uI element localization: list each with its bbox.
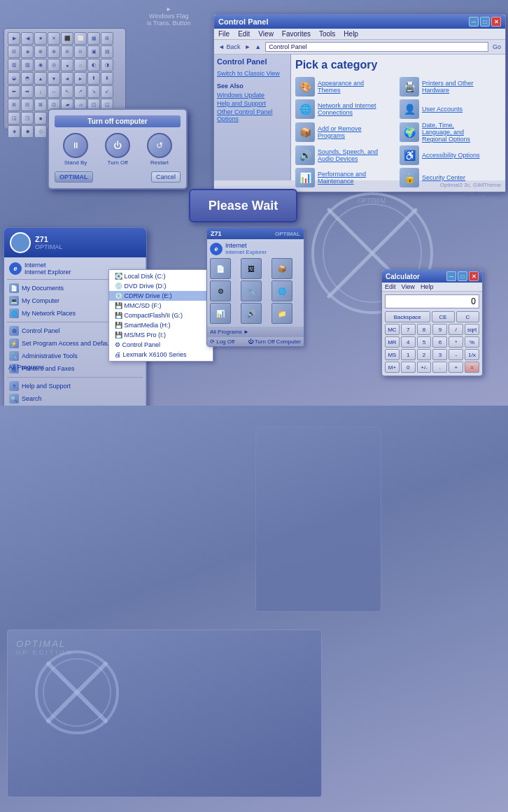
sounds-label[interactable]: Sounds, Speech, and Audio Devices <box>318 148 381 162</box>
category-accessibility[interactable]: ♿ Accessibility Options <box>400 145 501 165</box>
z71-icon[interactable]: 📄 <box>210 258 231 279</box>
menu-help[interactable]: Help <box>344 30 358 38</box>
users-label[interactable]: User Accounts <box>422 106 463 113</box>
calc-menu-edit[interactable]: Edit <box>385 283 396 290</box>
toolbar-icon[interactable]: ✕ <box>48 32 60 45</box>
toolbar-icon[interactable]: ◄ <box>61 72 73 85</box>
accessibility-label[interactable]: Accessibility Options <box>422 152 480 159</box>
other-cp-link[interactable]: Other Control Panel Options <box>217 108 288 122</box>
toolbar-icon[interactable]: ◑ <box>101 59 113 71</box>
calc-btn-mc[interactable]: MC <box>385 324 400 335</box>
programs-label[interactable]: Add or Remove Programs <box>318 125 381 139</box>
menu-tools[interactable]: Tools <box>319 30 335 38</box>
toolbar-icon[interactable]: ▦ <box>87 32 100 45</box>
calc-btn-7[interactable]: 7 <box>401 324 416 335</box>
menu-favorites[interactable]: Favorites <box>282 30 311 38</box>
category-users[interactable]: 👤 User Accounts <box>400 99 501 119</box>
windows-update-link[interactable]: Windows Update <box>217 92 288 99</box>
toolbar-icon[interactable]: ⊟ <box>8 45 20 58</box>
category-performance[interactable]: 📊 Performance and Maintenance <box>295 168 397 187</box>
standby-button[interactable]: ⏸ <box>63 133 88 158</box>
toolbar-icon[interactable]: ↔ <box>48 85 60 98</box>
calc-btn-plus[interactable]: + <box>449 362 463 373</box>
calc-btn-9[interactable]: 9 <box>432 324 447 335</box>
calc-btn-1[interactable]: 1 <box>401 349 416 360</box>
submenu-item-dvd-d[interactable]: 💿 DVD Drive (D:) <box>109 281 213 291</box>
calc-btn-mplus[interactable]: M+ <box>385 362 400 373</box>
calc-btn-multiply[interactable]: * <box>449 336 463 348</box>
calc-maximize-button[interactable]: □ <box>458 271 467 281</box>
z71-turn-off[interactable]: ⏻ Turn Off Computer <box>248 339 301 345</box>
please-wait-button[interactable]: Please Wait <box>189 189 297 222</box>
toolbar-icon[interactable]: ➡ <box>21 85 34 98</box>
submenu-item-mmc-f[interactable]: 💾 MMC/SD (F:) <box>109 301 213 311</box>
forward-button[interactable]: ► <box>244 43 251 50</box>
toolbar-icon[interactable]: ▶ <box>8 32 20 45</box>
z71-icon[interactable]: ⚙ <box>210 280 231 301</box>
menu-file[interactable]: File <box>218 30 230 38</box>
toolbar-icon[interactable]: ▲ <box>34 72 47 85</box>
calc-btn-equals[interactable]: = <box>465 362 479 373</box>
calc-btn-5[interactable]: 5 <box>417 336 432 348</box>
toolbar-icon[interactable]: ► <box>74 72 87 85</box>
restart-button[interactable]: ↺ <box>147 133 172 158</box>
toolbar-icon[interactable]: ⊗ <box>48 45 60 58</box>
toolbar-icon[interactable]: ↖ <box>61 85 73 98</box>
toolbar-icon[interactable]: ◐ <box>87 59 100 71</box>
up-button[interactable]: ▲ <box>255 43 261 50</box>
start-item-search[interactable]: 🔍 Search <box>7 392 143 405</box>
submenu-item-ms-i[interactable]: 💾 MS/MS Pro (I:) <box>109 330 213 340</box>
calc-btn-4[interactable]: 4 <box>401 336 416 348</box>
submenu-item-lexmark[interactable]: 🖨 Lexmark X6100 Series <box>109 350 213 359</box>
toolbar-icon[interactable]: ▥ <box>8 59 20 71</box>
calc-btn-minus[interactable]: - <box>449 349 463 360</box>
category-printers[interactable]: 🖨️ Printers and Other Hardware <box>400 77 501 97</box>
submenu-item-sm-h[interactable]: 💾 SmartMedia (H:) <box>109 320 213 330</box>
calc-btn-ms[interactable]: MS <box>385 349 400 360</box>
toolbar-icon[interactable]: ◎ <box>48 59 60 71</box>
toolbar-icon[interactable]: ◀ <box>21 32 34 45</box>
category-programs[interactable]: 📦 Add or Remove Programs <box>295 122 397 143</box>
z71-icon[interactable]: 📁 <box>271 303 292 324</box>
go-button[interactable]: Go <box>493 43 501 50</box>
network-label[interactable]: Network and Internet Connections <box>318 102 381 116</box>
start-item-help[interactable]: ? Help and Support <box>7 380 143 392</box>
calc-btn-divide[interactable]: / <box>449 324 463 335</box>
toolbar-icon[interactable]: ⬜ <box>74 32 87 45</box>
cancel-button[interactable]: Cancel <box>151 171 181 183</box>
toolbar-icon[interactable]: ▣ <box>87 45 100 58</box>
toolbar-icon[interactable]: ⬅ <box>8 85 20 98</box>
z71-icon[interactable]: 🖼 <box>241 258 262 279</box>
category-network[interactable]: 🌐 Network and Internet Connections <box>295 99 397 119</box>
toolbar-icon[interactable]: ◳ <box>21 112 34 124</box>
toolbar-icon[interactable]: ★ <box>34 32 47 45</box>
submenu-item-cf-g[interactable]: 💾 CompactFlash/II (G:) <box>109 311 213 320</box>
toolbar-icon[interactable]: ◈ <box>8 125 20 138</box>
toolbar-icon[interactable]: ⊞ <box>8 99 20 111</box>
toolbar-icon[interactable]: ⬛ <box>61 32 73 45</box>
toolbar-icon[interactable]: ● <box>61 59 73 71</box>
category-datetime[interactable]: 🌍 Date, Time, Language, and Regional Opt… <box>400 122 501 143</box>
minimize-button[interactable]: ─ <box>469 17 479 27</box>
z71-ie-item[interactable]: e Internet Internet Explorer <box>210 242 301 255</box>
calc-btn-plusminus[interactable]: +/- <box>417 362 432 373</box>
z71-log-off[interactable]: ⟳ Log Off <box>210 339 234 345</box>
security-label[interactable]: Security Center <box>422 174 465 181</box>
toolbar-icon[interactable]: ◓ <box>21 72 34 85</box>
toolbar-icon[interactable]: ⊞ <box>101 32 113 45</box>
category-appearance[interactable]: 🎨 Appearance and Themes <box>295 77 397 97</box>
printers-label[interactable]: Printers and Other Hardware <box>422 80 485 94</box>
toolbar-icon[interactable]: ■ <box>34 112 47 124</box>
all-programs-button[interactable]: All Programs <box>8 364 45 371</box>
submenu-item-cp[interactable]: ⚙ Control Panel <box>109 340 213 350</box>
toolbar-icon[interactable]: ▼ <box>48 72 60 85</box>
calc-btn-2[interactable]: 2 <box>417 349 432 360</box>
calc-btn-3[interactable]: 3 <box>432 349 447 360</box>
calc-btn-mr[interactable]: MR <box>385 336 400 348</box>
datetime-label[interactable]: Date, Time, Language, and Regional Optio… <box>422 122 485 143</box>
appearance-label[interactable]: Appearance and Themes <box>318 80 381 94</box>
toolbar-icon[interactable]: ◒ <box>8 72 20 85</box>
back-button[interactable]: ◄ Back <box>218 43 240 50</box>
performance-label[interactable]: Performance and Maintenance <box>318 171 381 185</box>
toolbar-icon[interactable]: ↘ <box>87 85 100 98</box>
